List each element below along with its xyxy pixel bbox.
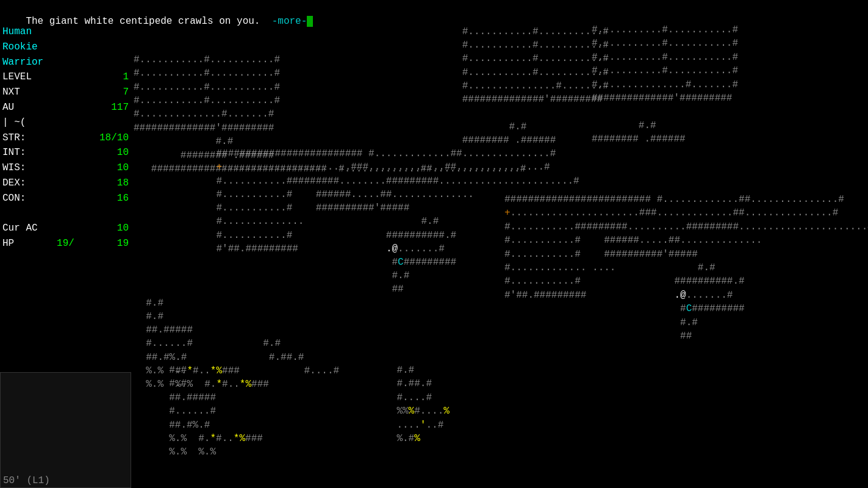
int-label: INT: <box>2 145 26 160</box>
misc-line: | ~( <box>2 115 129 131</box>
dex-label: DEX: <box>2 176 26 191</box>
depth-label: 50' (L1) <box>3 475 50 486</box>
level-row: LEVEL 1 <box>2 70 129 85</box>
hp-max: 19 <box>117 236 129 251</box>
au-label: AU <box>2 100 14 115</box>
ac-row: Cur AC 10 <box>2 221 129 236</box>
str-value: 18/10 <box>99 131 129 146</box>
au-row: AU 117 <box>2 100 129 115</box>
class-label: Warrior <box>2 55 129 70</box>
hp-label: HP <box>2 236 14 251</box>
ac-label: Cur AC <box>2 221 38 236</box>
stat-panel: Human Rookie Warrior LEVEL 1 NXT 7 AU 11… <box>0 23 131 253</box>
str-row: STR: 18/10 <box>2 131 129 146</box>
dex-value: 18 <box>117 176 129 191</box>
nxt-row: NXT 7 <box>2 85 129 100</box>
con-value: 16 <box>117 191 129 206</box>
title-label: Rookie <box>2 40 129 55</box>
nxt-value: 7 <box>123 85 129 100</box>
hp-row: HP 19/ 19 <box>2 236 129 251</box>
con-label: CON: <box>2 191 26 206</box>
level-label: LEVEL <box>2 70 32 85</box>
wis-label: WIS: <box>2 160 26 176</box>
race-label: Human <box>2 24 129 40</box>
au-value: 117 <box>111 100 129 115</box>
int-value: 10 <box>117 145 129 160</box>
left-bottom-panel: 50' (L1) <box>0 372 131 488</box>
wis-row: WIS: 10 <box>2 160 129 176</box>
nxt-label: NXT <box>2 85 20 100</box>
con-row: CON: 16 <box>2 191 129 206</box>
int-row: INT: 10 <box>2 145 129 160</box>
dex-row: DEX: 18 <box>2 176 129 191</box>
wis-value: 10 <box>117 160 129 176</box>
str-label: STR: <box>2 131 26 146</box>
game-screen: The giant white centipede crawls on you.… <box>0 0 868 488</box>
clean-map: #...........#...........# #...........#.… <box>131 23 868 488</box>
level-value: 1 <box>123 70 129 85</box>
ac-value: 10 <box>117 221 129 236</box>
hp-current: 19/ <box>57 236 74 251</box>
